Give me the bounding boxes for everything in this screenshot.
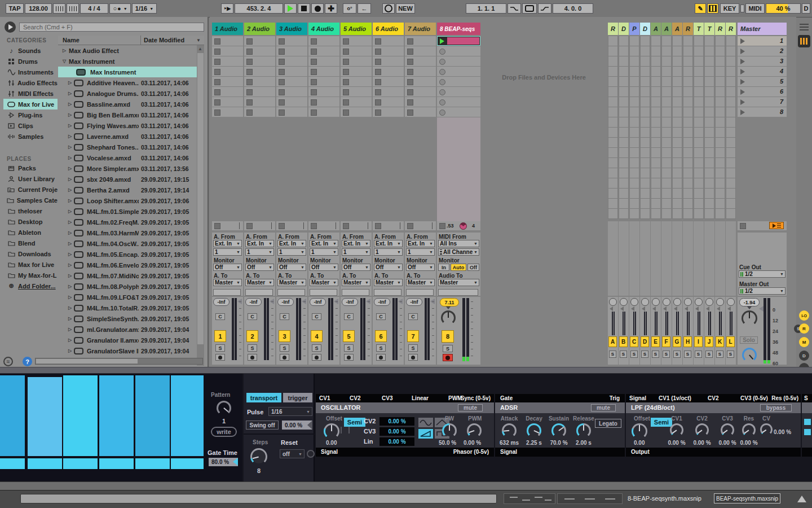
clip-slot[interactable] <box>276 107 307 117</box>
seq-bar[interactable] <box>171 375 204 456</box>
input-type-menu[interactable]: Ext. In▼ <box>374 240 403 247</box>
pan-knob[interactable] <box>663 298 670 306</box>
track-header[interactable]: 3 Audio <box>276 23 307 35</box>
sidebar-place-max-for-live[interactable]: Max for Live <box>3 259 58 270</box>
file-row[interactable]: ▷GranulatorSlave II...29.09.2017, 19:04 <box>58 345 197 356</box>
track-delay-field[interactable] <box>374 289 401 296</box>
file-row[interactable]: ▷Loop Shifter.amxd29.09.2017, 19:06 <box>58 195 197 206</box>
clip-slot[interactable] <box>212 56 243 66</box>
tap-tempo-button[interactable]: TAP <box>6 3 24 14</box>
input-type-menu[interactable]: All Ins▼ <box>438 240 479 247</box>
volume-display[interactable]: -Inf <box>406 298 422 306</box>
scene-overview-button[interactable] <box>800 24 809 30</box>
arrangement-position-field[interactable]: 453. 2. 4 <box>235 3 283 14</box>
lpf-res-knob[interactable] <box>742 423 756 437</box>
track-delay-toggle[interactable]: D <box>799 351 809 361</box>
clip-slot[interactable] <box>308 36 339 46</box>
arm-button[interactable] <box>280 354 289 361</box>
loop-length-field[interactable]: 4. 0. 0 <box>553 3 593 14</box>
arm-button[interactable] <box>312 354 321 361</box>
adsr-attack-knob[interactable] <box>502 423 517 438</box>
lpf-cv-knob[interactable] <box>760 423 773 436</box>
automation-arm-button[interactable]: o° <box>343 3 356 14</box>
file-row[interactable]: ▷M4L.fm.08.Polyph...29.09.2017, 19:05 <box>58 281 197 292</box>
clip-slot[interactable] <box>276 97 307 107</box>
mixer-section-toggle[interactable]: M <box>799 337 809 347</box>
track-header[interactable]: 6 Audio <box>373 23 404 35</box>
clip-slot[interactable] <box>373 107 404 117</box>
file-row[interactable]: Max Instrument <box>58 67 197 77</box>
file-row[interactable]: ▷Bertha 2.amxd29.09.2017, 19:14 <box>58 185 197 195</box>
track-delay-field[interactable] <box>310 289 337 296</box>
clip-slot[interactable] <box>212 107 243 117</box>
sidebar-item-audio-effects[interactable]: Audio Effects <box>3 77 58 88</box>
clip-slot[interactable] <box>276 46 307 56</box>
clip-slot[interactable] <box>244 46 275 56</box>
volume-display[interactable]: -Inf <box>342 298 358 306</box>
pan-knob[interactable] <box>673 298 681 306</box>
track-activator[interactable]: 1 <box>214 330 226 342</box>
file-row[interactable]: ▷M4L.fm.05.Encap...29.09.2017, 19:05 <box>58 249 197 260</box>
file-row[interactable]: ▷M4L.fm.03.HarmM...29.09.2017, 19:05 <box>58 227 197 238</box>
track-stop-button[interactable] <box>311 223 317 229</box>
return-track-header[interactable]: A <box>672 23 682 35</box>
fader-handle[interactable] <box>610 306 613 311</box>
clip-slot[interactable] <box>308 97 339 107</box>
input-channel-menu[interactable]: 1▼ <box>277 248 306 256</box>
seq-bar[interactable] <box>99 375 134 456</box>
back-to-arrangement-button[interactable] <box>769 222 784 229</box>
clip-slot[interactable] <box>437 77 480 86</box>
max-file-button[interactable]: BEAP-seqsynth.maxsnip <box>714 493 780 503</box>
scene-slot[interactable]: 7 <box>738 97 787 107</box>
solo-button[interactable]: S <box>695 351 702 358</box>
monitor-menu[interactable]: Off▼ <box>277 264 306 271</box>
sidebar-item-max-for-live[interactable]: Max for Live <box>3 99 58 110</box>
solo-button[interactable]: S <box>716 351 723 358</box>
punch-start-field[interactable]: 1. 1. 1 <box>466 3 506 14</box>
pan-knob[interactable] <box>705 298 713 306</box>
scene-slot[interactable]: 1 <box>738 36 787 46</box>
sidebar-place-my-max-for-l[interactable]: My Max-for-L <box>3 270 58 281</box>
seq-bar[interactable] <box>135 375 170 456</box>
clip-slot[interactable] <box>405 46 436 56</box>
track-activator[interactable]: L <box>726 336 735 347</box>
punch-out-toggle[interactable] <box>538 3 551 14</box>
input-type-menu[interactable]: Ext. In▼ <box>277 240 306 247</box>
return-track-header[interactable]: D <box>619 23 629 35</box>
clip-slot[interactable] <box>244 97 275 107</box>
clip-slot[interactable] <box>244 56 275 66</box>
cv3-value[interactable]: 0.00 % <box>379 427 414 436</box>
file-row[interactable]: ▷sbx 2049.amxd29.09.2017, 19:15 <box>58 174 197 185</box>
solo-button[interactable]: S <box>705 351 713 358</box>
clip-slot[interactable] <box>341 46 372 56</box>
track-activator[interactable]: H <box>683 336 692 347</box>
solo-button[interactable]: S <box>684 351 691 358</box>
monitor-auto-button[interactable]: Auto <box>451 264 466 271</box>
tempo-field[interactable]: 128.00 <box>25 3 52 14</box>
legato-button[interactable]: Legato <box>595 419 621 428</box>
fader-handle[interactable] <box>631 306 634 311</box>
clip-slot[interactable] <box>373 36 404 46</box>
clip-slot[interactable] <box>373 67 404 76</box>
file-row[interactable]: ▷M4L.fm.01.Simple...29.09.2017, 19:05 <box>58 206 197 217</box>
track-activator[interactable]: J <box>705 336 713 347</box>
disclosure-closed-icon[interactable]: ▷ <box>67 252 73 257</box>
file-row[interactable]: ▷Additive Heaven....03.11.2017, 14:06 <box>58 77 197 88</box>
adsr-release-knob[interactable] <box>576 423 591 438</box>
lpf-cv2-knob[interactable] <box>695 423 709 437</box>
sidebar-item-clips[interactable]: Clips <box>3 120 58 131</box>
track-activator[interactable]: B <box>619 336 628 347</box>
disclosure-closed-icon[interactable]: ▷ <box>67 123 73 128</box>
disclosure-closed-icon[interactable]: ▷ <box>61 48 67 53</box>
disclosure-closed-icon[interactable]: ▷ <box>67 177 73 182</box>
track-header[interactable]: 5 Audio <box>341 23 372 35</box>
seq-bar[interactable] <box>0 375 25 456</box>
input-channel-menu[interactable]: 1▼ <box>374 248 403 256</box>
track-delay-field[interactable] <box>438 289 478 296</box>
clip-slot[interactable] <box>212 36 243 46</box>
output-type-menu[interactable]: Master▼ <box>245 279 274 286</box>
adsr-decay-knob[interactable] <box>527 423 541 438</box>
file-row[interactable]: ▷Analogue Drums....03.11.2017, 14:06 <box>58 88 197 99</box>
sidebar-place-user-library[interactable]: User Library <box>3 173 58 184</box>
monitor-menu[interactable]: Off▼ <box>406 264 435 271</box>
